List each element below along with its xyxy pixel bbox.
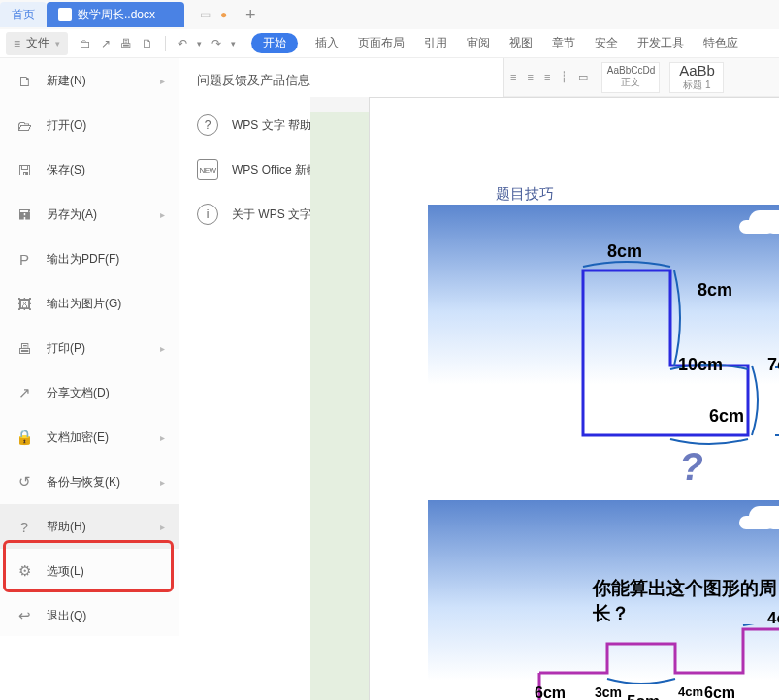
menu-saveas-label: 另存为(A): [47, 207, 97, 223]
fig1-label-d: 7cm: [767, 355, 779, 375]
qat-export-icon[interactable]: ↗: [101, 37, 111, 50]
backup-icon: ↺: [16, 473, 33, 491]
fig2-label-a: 4cm: [767, 609, 779, 628]
ribbon-tab-dev[interactable]: 开发工具: [637, 35, 684, 51]
fig2-label-d: 4cm: [678, 684, 703, 699]
para-icons[interactable]: ≡ ≡ ≡ ┊ ▭: [510, 71, 592, 83]
chevron-right-icon: ▸: [160, 522, 165, 532]
print-icon: 🖶: [16, 340, 33, 357]
menu-backup[interactable]: ↺备份与恢复(K)▸: [0, 460, 179, 504]
ribbon-tab-ref[interactable]: 引用: [424, 35, 447, 51]
qat-preview-icon[interactable]: 🗋: [142, 37, 153, 50]
menu-share-label: 分享文档(D): [47, 385, 110, 401]
qat-open-icon[interactable]: 🗀: [80, 37, 91, 50]
separator: [165, 36, 166, 51]
chevron-right-icon: ▸: [160, 432, 165, 443]
image-icon: 🖼: [16, 296, 33, 312]
ribbon-tab-review[interactable]: 审阅: [467, 35, 490, 51]
chevron-right-icon: ▸: [160, 76, 165, 86]
menu-save[interactable]: 🖫保存(S): [0, 147, 179, 192]
style-normal[interactable]: AaBbCcDd 正文: [601, 62, 660, 93]
menu-share[interactable]: ↗分享文档(D): [0, 370, 179, 415]
tab-document[interactable]: 数学周长..docx: [47, 2, 184, 27]
qat-undo-drop[interactable]: ▾: [197, 39, 202, 48]
ribbon-tab-special[interactable]: 特色应: [703, 35, 738, 51]
menu-encrypt[interactable]: 🔒文档加密(E)▸: [0, 415, 179, 460]
document-page: 题目技巧 8cm 8cm 10cm 7cm 6cm ? ?: [369, 97, 779, 700]
fig2-label-e: 6cm: [535, 684, 566, 700]
menu-new-label: 新建(N): [47, 73, 86, 89]
ribbon-tab-start[interactable]: 开始: [251, 33, 298, 53]
ribbon-tab-view[interactable]: 视图: [509, 35, 533, 51]
file-menu-button[interactable]: ≡ 文件 ▾: [6, 32, 68, 55]
ribbon-tab-start-label: 开始: [263, 36, 286, 49]
fig2-question: 你能算出这个图形的周长？: [593, 576, 779, 626]
tab-home[interactable]: 首页: [0, 2, 47, 27]
fig2-label-b: 3cm: [595, 684, 622, 700]
figure-1-shape: [564, 261, 779, 464]
menu-print[interactable]: 🖶打印(P)▸: [0, 326, 179, 370]
figure-2-panel: 你能算出这个图形的周长？ 6cm 3cm 5cm 4cm 6cm 4cm 8cm: [428, 500, 779, 700]
menu-pdf[interactable]: P输出为PDF(F): [0, 237, 179, 281]
chevron-right-icon: ▸: [160, 477, 165, 488]
qat-redo-drop[interactable]: ▾: [231, 39, 236, 48]
pdf-icon: P: [16, 251, 33, 268]
saveas-icon: 🖬: [16, 207, 33, 223]
ribbon-tab-chapter[interactable]: 章节: [552, 35, 575, 51]
chevron-down-icon: ▾: [55, 39, 60, 48]
menu-exit[interactable]: ↩退出(Q): [0, 593, 179, 638]
new-tab-button[interactable]: +: [239, 5, 262, 25]
menu-help-label: 帮助(H): [47, 519, 86, 535]
save-icon: 🖫: [16, 162, 33, 178]
open-icon: 🗁: [16, 117, 33, 134]
doc-heading: 题目技巧: [496, 185, 554, 204]
menu-exit-label: 退出(Q): [47, 608, 86, 624]
menu-print-label: 打印(P): [47, 340, 85, 357]
fig1-label-c: 10cm: [678, 355, 723, 375]
unsaved-dot-icon: ●: [220, 8, 227, 21]
question-icon: ?: [197, 114, 218, 136]
ribbon-tab-insert[interactable]: 插入: [315, 35, 339, 51]
menu-open-label: 打开(O): [47, 117, 86, 134]
info-icon: i: [197, 204, 218, 225]
ribbon-tab-layout[interactable]: 页面布局: [358, 35, 405, 51]
menu-new[interactable]: 🗋新建(N)▸: [0, 58, 179, 103]
style-h1[interactable]: AaBb 标题 1: [669, 62, 724, 93]
style-h1-sample: AaBb: [679, 62, 715, 79]
qat-print-icon[interactable]: 🖶: [120, 37, 132, 50]
tab-home-label: 首页: [12, 7, 35, 23]
fig1-label-a: 8cm: [607, 241, 642, 262]
share-icon: ↗: [16, 384, 33, 401]
tab-doc-label: 数学周长..docx: [78, 7, 155, 23]
style-h1-name: 标题 1: [683, 79, 710, 92]
menu-pdf-label: 输出为PDF(F): [47, 251, 119, 268]
cloud-icon: [749, 210, 779, 232]
menu-options-label: 选项(L): [47, 563, 84, 580]
menu-saveas[interactable]: 🖬另存为(A)▸: [0, 192, 179, 237]
presentation-icon[interactable]: ▭: [200, 8, 211, 21]
fig1-label-e: 6cm: [709, 406, 744, 427]
qat-redo-icon[interactable]: ↷: [211, 37, 221, 50]
menu-img[interactable]: 🖼输出为图片(G): [0, 281, 179, 326]
style-normal-sample: AaBbCcDd: [607, 65, 655, 76]
document-canvas[interactable]: 题目技巧 8cm 8cm 10cm 7cm 6cm ? ?: [310, 97, 779, 700]
ribbon-tab-safe[interactable]: 安全: [595, 35, 618, 51]
menu-img-label: 输出为图片(G): [47, 296, 121, 312]
cloud-icon: [749, 506, 779, 527]
fig2-label-c: 5cm: [627, 692, 660, 700]
menu-options[interactable]: ⚙选项(L): [0, 549, 179, 593]
qat-undo-icon[interactable]: ↶: [178, 37, 187, 50]
doc-icon: [58, 8, 72, 21]
style-normal-name: 正文: [621, 76, 640, 89]
menu-save-label: 保存(S): [47, 162, 85, 178]
menu-encrypt-label: 文档加密(E): [47, 430, 109, 446]
exit-icon: ↩: [16, 607, 33, 624]
menu-help[interactable]: ?帮助(H)▸: [0, 504, 179, 549]
menu-backup-label: 备份与恢复(K): [47, 474, 120, 491]
lock-icon: 🔒: [16, 429, 33, 446]
menu-open[interactable]: 🗁打开(O): [0, 103, 179, 147]
file-menu-label: 文件: [26, 35, 49, 51]
fig1-label-b: 8cm: [698, 280, 732, 301]
chevron-right-icon: ▸: [160, 209, 165, 220]
question-mark-icon: ?: [677, 445, 707, 489]
